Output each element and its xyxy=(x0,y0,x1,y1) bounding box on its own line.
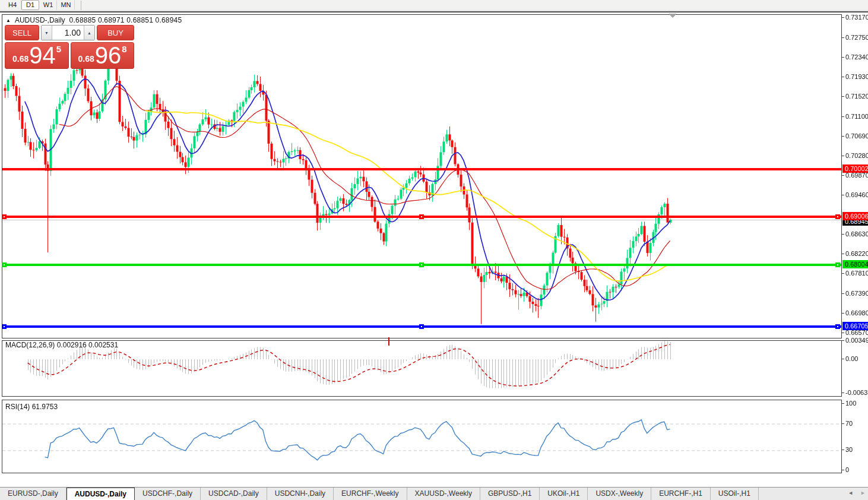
level-price-badge: 0.69006 xyxy=(842,212,868,220)
timeframe-button-w1[interactable]: W1 xyxy=(39,0,57,10)
level-price-badge: 0.68004 xyxy=(842,260,868,268)
sell-price-prefix: 0.68 xyxy=(12,54,28,64)
one-click-trade-panel: SELL ▼ 1.00 ▲ BUY 0.68 94 5 0.68 96 8 xyxy=(5,25,134,69)
symbol-tab-audusd-daily[interactable]: AUDUSD-,Daily xyxy=(66,488,135,500)
price-tick: 0.67390 xyxy=(845,290,868,297)
rsi-indicator-label: RSI(14) 61.9753 xyxy=(5,403,58,411)
price-tick: 0.69460 xyxy=(845,191,868,198)
symbol-title: AUDUSD-,Daily xyxy=(15,16,65,24)
price-tick: 0.73170 xyxy=(845,14,868,21)
symbol-tab-xauusd-weekly[interactable]: XAUUSD-,Weekly xyxy=(407,488,480,500)
timeframe-toolbar: H4D1W1MN xyxy=(0,0,868,11)
symbol-tab-eurusd-daily[interactable]: EURUSD-,Daily xyxy=(0,488,66,500)
symbol-tab-usdcad-daily[interactable]: USDCAD-,Daily xyxy=(201,488,267,500)
price-tick: 0.67810 xyxy=(845,270,868,277)
price-tick: 0.71520 xyxy=(845,93,868,100)
macd-tick: -0.00637 xyxy=(845,389,868,396)
symbol-tab-eurchf-h1[interactable]: EURCHF-,H1 xyxy=(651,488,711,500)
spin-up-icon: ▲ xyxy=(87,31,91,35)
buy-button[interactable]: BUY xyxy=(97,25,134,40)
volume-input[interactable]: 1.00 xyxy=(52,26,84,40)
volume-increase-button[interactable]: ▲ xyxy=(84,26,94,40)
tab-scroll-left-icon[interactable]: ◄ xyxy=(848,490,853,496)
timeframe-button-d1[interactable]: D1 xyxy=(21,0,39,10)
collapse-icon[interactable]: ▲ xyxy=(6,18,11,23)
symbol-tabbar: EURUSD-,DailyAUDUSD-,DailyUSDCHF-,DailyU… xyxy=(0,487,868,500)
buy-price-panel[interactable]: 0.68 96 8 xyxy=(71,42,134,69)
rsi-tick: 100 xyxy=(845,400,856,407)
buy-price-pip: 8 xyxy=(122,44,126,54)
price-tick: 0.68220 xyxy=(845,250,868,257)
price-tick: 0.71930 xyxy=(845,73,868,80)
chart-canvas[interactable] xyxy=(2,13,842,474)
buy-price-big: 96 xyxy=(95,45,122,66)
price-axis: 0.731700.727500.723400.719300.715200.711… xyxy=(845,12,868,488)
sell-price-big: 94 xyxy=(29,45,56,66)
rsi-tick: 0 xyxy=(845,466,849,473)
timeframe-button-mn[interactable]: MN xyxy=(57,0,75,10)
sell-price-pip: 5 xyxy=(56,44,61,54)
buy-price-prefix: 0.68 xyxy=(78,54,94,64)
symbol-tab-gbpusd-h1[interactable]: GBPUSD-,H1 xyxy=(480,488,540,500)
price-tick: 0.70690 xyxy=(845,132,868,140)
sell-button[interactable]: SELL xyxy=(5,25,39,40)
chart-collapse-arrow-icon[interactable] xyxy=(669,14,677,18)
price-tick: 0.71100 xyxy=(845,113,868,120)
macd-indicator-label: MACD(12,26,9) 0.002916 0.002531 xyxy=(5,341,118,349)
level-price-badge: 0.66705 xyxy=(842,322,868,330)
price-tick: 0.72340 xyxy=(845,53,868,61)
symbol-tab-eurchf-weekly[interactable]: EURCHF-,Weekly xyxy=(334,488,407,500)
symbol-tab-usdx-weekly[interactable]: USDX-,Weekly xyxy=(588,488,651,500)
tab-scroll-right-icon[interactable]: ► xyxy=(860,490,866,496)
toolbar-separator xyxy=(81,1,81,10)
price-tick: 0.72750 xyxy=(845,34,868,41)
chart-window: ▲ AUDUSD-,Daily 0.68885 0.68971 0.68851 … xyxy=(0,11,868,487)
price-tick: 0.66980 xyxy=(845,309,868,317)
sell-price-panel[interactable]: 0.68 94 5 xyxy=(5,42,69,69)
rsi-tick: 30 xyxy=(845,446,853,453)
price-tick: 0.70280 xyxy=(845,152,868,159)
symbol-tab-usoil-h1[interactable]: USOil-,H1 xyxy=(711,488,759,500)
chart-title: ▲ AUDUSD-,Daily 0.68885 0.68971 0.68851 … xyxy=(6,16,182,24)
volume-decrease-button[interactable]: ▼ xyxy=(42,26,52,40)
level-price-badge: 0.70002 xyxy=(842,164,868,173)
timeframe-button-h4[interactable]: H4 xyxy=(4,0,21,10)
ohlc-values: 0.68885 0.68971 0.68851 0.68945 xyxy=(69,16,182,24)
macd-tick: 0.00 xyxy=(845,355,858,362)
volume-stepper: ▼ 1.00 ▲ xyxy=(41,25,95,40)
symbol-tab-usdchf-daily[interactable]: USDCHF-,Daily xyxy=(135,488,201,500)
symbol-tab-usdcnh-daily[interactable]: USDCNH-,Daily xyxy=(267,488,334,500)
price-tick: 0.68630 xyxy=(845,230,868,238)
symbol-tab-ukoil-h1[interactable]: UKOil-,H1 xyxy=(540,488,588,500)
spin-down-icon: ▼ xyxy=(45,31,49,35)
macd-tick: 0.00349 xyxy=(845,337,868,344)
rsi-tick: 70 xyxy=(845,420,853,427)
